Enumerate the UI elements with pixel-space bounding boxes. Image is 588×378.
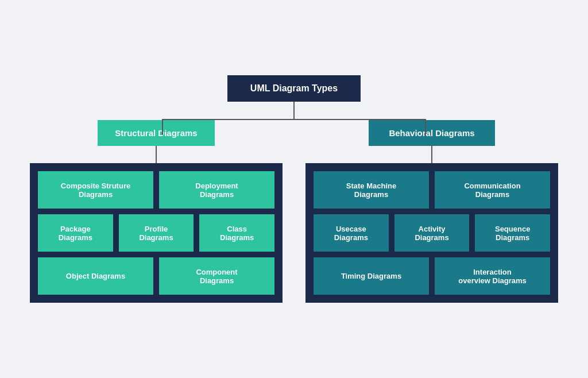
timing-diagrams: Timing Diagrams (314, 257, 429, 295)
communication-diagrams: CommunicationDiagrams (435, 171, 550, 209)
structural-row-3: Object Diagrams ComponentDiagrams (38, 257, 274, 295)
deployment-diagrams: DeploymentDiagrams (159, 171, 274, 209)
structural-header: Structural Diagrams (98, 120, 214, 146)
root-node: UML Diagram Types (227, 75, 361, 102)
behavioral-line-down (431, 146, 432, 163)
structural-container: Composite StrutureDiagrams DeploymentDia… (30, 163, 283, 303)
structural-branch: Structural Diagrams Composite StrutureDi… (24, 120, 288, 303)
structural-row-1: Composite StrutureDiagrams DeploymentDia… (38, 171, 274, 209)
root-line-down (293, 102, 295, 119)
left-tick (162, 119, 163, 135)
composite-diagrams: Composite StrutureDiagrams (38, 171, 153, 209)
profile-diagrams: ProfileDiagrams (119, 214, 194, 252)
structural-line-down (156, 146, 157, 163)
usecase-diagrams: UsecaseDiagrams (314, 214, 389, 252)
behavioral-container: State MachineDiagrams CommunicationDiagr… (305, 163, 558, 303)
structural-label: Structural Diagrams (115, 128, 197, 138)
behavioral-row-2: UsecaseDiagrams ActivityDiagrams Sequenc… (314, 214, 550, 252)
state-machine-diagrams: State MachineDiagrams (314, 171, 429, 209)
diagram-wrapper: UML Diagram Types Structural Diagrams Co… (18, 75, 570, 303)
behavioral-branch: Behavioral Diagrams State MachineDiagram… (300, 120, 564, 303)
behavioral-row-1: State MachineDiagrams CommunicationDiagr… (314, 171, 550, 209)
behavioral-header: Behavioral Diagrams (369, 120, 495, 146)
structural-row-2: PackageDiagrams ProfileDiagrams ClassDia… (38, 214, 274, 252)
branches-row: Structural Diagrams Composite StrutureDi… (18, 120, 570, 303)
package-diagrams: PackageDiagrams (38, 214, 113, 252)
root-connector (18, 102, 570, 120)
interaction-overview-diagrams: Interactionoverview Diagrams (435, 257, 550, 295)
object-diagrams: Object Diagrams (38, 257, 153, 295)
class-diagrams: ClassDiagrams (199, 214, 274, 252)
h-split-line (162, 119, 426, 120)
right-tick (425, 119, 426, 135)
behavioral-row-3: Timing Diagrams Interactionoverview Diag… (314, 257, 550, 295)
root-label: UML Diagram Types (250, 83, 338, 93)
activity-diagrams: ActivityDiagrams (394, 214, 470, 252)
behavioral-label: Behavioral Diagrams (389, 128, 474, 138)
component-diagrams: ComponentDiagrams (159, 257, 274, 295)
sequence-diagrams: SequenceDiagrams (475, 214, 550, 252)
